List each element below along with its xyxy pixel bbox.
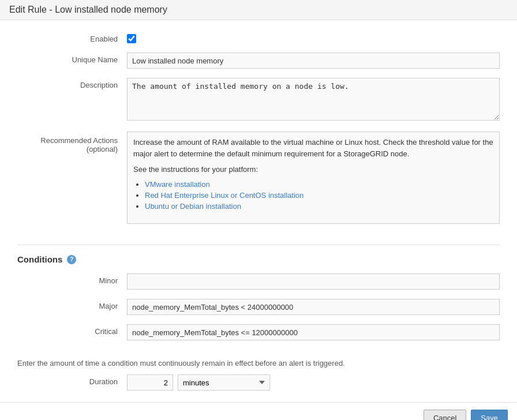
recommended-links-list: VMware installation Red Hat Enterprise L… (145, 180, 493, 211)
conditions-header: Conditions ? (17, 254, 500, 264)
unique-name-row: Unique Name (17, 52, 500, 69)
critical-field (127, 324, 500, 340)
duration-unit-select[interactable]: seconds minutes hours days (178, 374, 270, 391)
ubuntu-link[interactable]: Ubuntu or Debian installation (145, 202, 241, 211)
redhat-link[interactable]: Red Hat Enterprise Linux or CentOS insta… (145, 191, 304, 200)
page-title: Edit Rule - Low installed node memory (9, 5, 508, 15)
major-field (127, 299, 500, 315)
form-container: Enabled Unique Name Description The amou… (0, 20, 517, 245)
minor-input[interactable] (127, 273, 500, 290)
recommended-para1: Increase the amount of RAM available to … (133, 137, 493, 159)
major-label: Major (17, 299, 127, 310)
unique-name-label: Unique Name (17, 52, 127, 64)
link-item-vmware: VMware installation (145, 180, 493, 189)
minor-field (127, 273, 500, 290)
page-header: Edit Rule - Low installed node memory (0, 0, 517, 20)
critical-label: Critical (17, 324, 127, 336)
help-icon[interactable]: ? (67, 255, 76, 264)
vmware-link[interactable]: VMware installation (145, 180, 210, 189)
duration-note: Enter the amount of time a condition mus… (17, 359, 500, 367)
recommended-para2: See the instructions for your platform: (133, 164, 493, 175)
enabled-checkbox[interactable] (127, 34, 136, 43)
minor-label: Minor (17, 273, 127, 285)
duration-row-container: Duration seconds minutes hours days (0, 374, 517, 391)
footer-buttons: Cancel Save (0, 402, 517, 420)
link-item-redhat: Red Hat Enterprise Linux or CentOS insta… (145, 191, 493, 200)
major-input[interactable] (127, 299, 500, 315)
cancel-button[interactable]: Cancel (424, 410, 466, 420)
duration-inputs: seconds minutes hours days (127, 374, 500, 391)
unique-name-input[interactable] (127, 52, 500, 69)
unique-name-field (127, 52, 500, 69)
description-field: The amount of installed memory on a node… (127, 78, 500, 122)
conditions-title: Conditions (17, 254, 62, 264)
minor-row: Minor (17, 273, 500, 290)
recommended-actions-box[interactable]: Increase the amount of RAM available to … (127, 132, 500, 224)
critical-row: Critical (17, 324, 500, 340)
enabled-field (127, 32, 500, 43)
duration-field: seconds minutes hours days (127, 374, 500, 391)
recommended-actions-field: Increase the amount of RAM available to … (127, 132, 500, 224)
major-row: Major (17, 299, 500, 315)
enabled-label: Enabled (17, 32, 127, 43)
duration-label: Duration (17, 374, 127, 386)
description-row: Description The amount of installed memo… (17, 78, 500, 122)
save-button[interactable]: Save (471, 410, 508, 420)
description-textarea[interactable]: The amount of installed memory on a node… (127, 78, 500, 121)
critical-input[interactable] (127, 324, 500, 340)
recommended-actions-label: Recommended Actions (optional) (17, 132, 127, 153)
conditions-section: Conditions ? Minor Major Critical (0, 245, 517, 340)
link-item-ubuntu: Ubuntu or Debian installation (145, 202, 493, 211)
description-label: Description (17, 78, 127, 89)
recommended-actions-row: Recommended Actions (optional) Increase … (17, 132, 500, 224)
duration-input[interactable] (127, 374, 173, 391)
duration-note-container: Enter the amount of time a condition mus… (0, 350, 517, 374)
enabled-row: Enabled (17, 32, 500, 43)
